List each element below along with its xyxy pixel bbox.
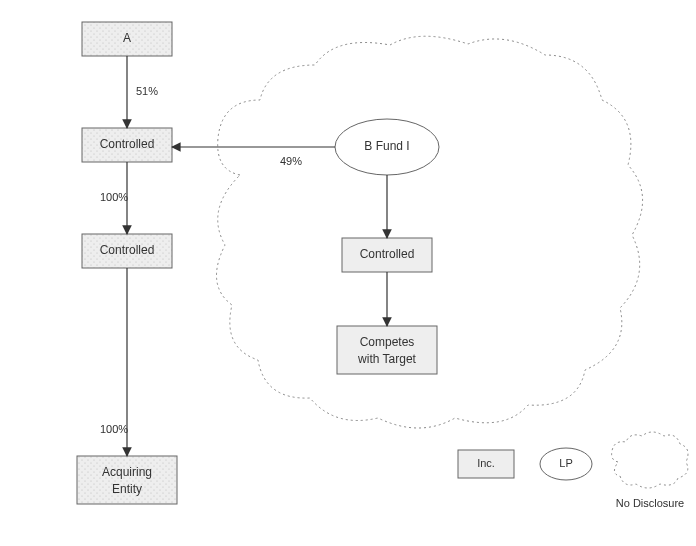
node-a-label: A xyxy=(123,31,131,45)
edge-bfund-to-c1-label: 49% xyxy=(280,155,302,167)
node-b-fund-label: B Fund I xyxy=(364,139,409,153)
node-controlled-2: Controlled xyxy=(82,234,172,268)
legend-inc: Inc. xyxy=(458,450,514,478)
node-b-fund: B Fund I xyxy=(335,119,439,175)
edge-c2-to-acq-label: 100% xyxy=(100,423,128,435)
node-controlled-1: Controlled xyxy=(82,128,172,162)
diagram-canvas: A Controlled Controlled Acquiring Entity… xyxy=(0,0,696,546)
edge-a-to-c1-label: 51% xyxy=(136,85,158,97)
node-a: A xyxy=(82,22,172,56)
legend-lp-label: LP xyxy=(559,457,572,469)
node-competes: Competes with Target xyxy=(337,326,437,374)
node-controlled-3-label: Controlled xyxy=(360,247,415,261)
svg-rect-6 xyxy=(77,456,177,504)
node-acquiring-l1: Acquiring xyxy=(102,465,152,479)
legend-inc-label: Inc. xyxy=(477,457,495,469)
node-acquiring-entity: Acquiring Entity xyxy=(77,456,177,504)
svg-rect-9 xyxy=(337,326,437,374)
edge-c1-to-c2-label: 100% xyxy=(100,191,128,203)
legend: Inc. LP No Disclosure xyxy=(458,432,688,509)
node-controlled-1-label: Controlled xyxy=(100,137,155,151)
node-competes-l2: with Target xyxy=(357,352,416,366)
legend-lp: LP xyxy=(540,448,592,480)
node-controlled-2-label: Controlled xyxy=(100,243,155,257)
node-acquiring-l2: Entity xyxy=(112,482,142,496)
legend-nodisc-label: No Disclosure xyxy=(616,497,684,509)
node-competes-l1: Competes xyxy=(360,335,415,349)
legend-nodisclosure: No Disclosure xyxy=(612,432,688,509)
node-controlled-3: Controlled xyxy=(342,238,432,272)
